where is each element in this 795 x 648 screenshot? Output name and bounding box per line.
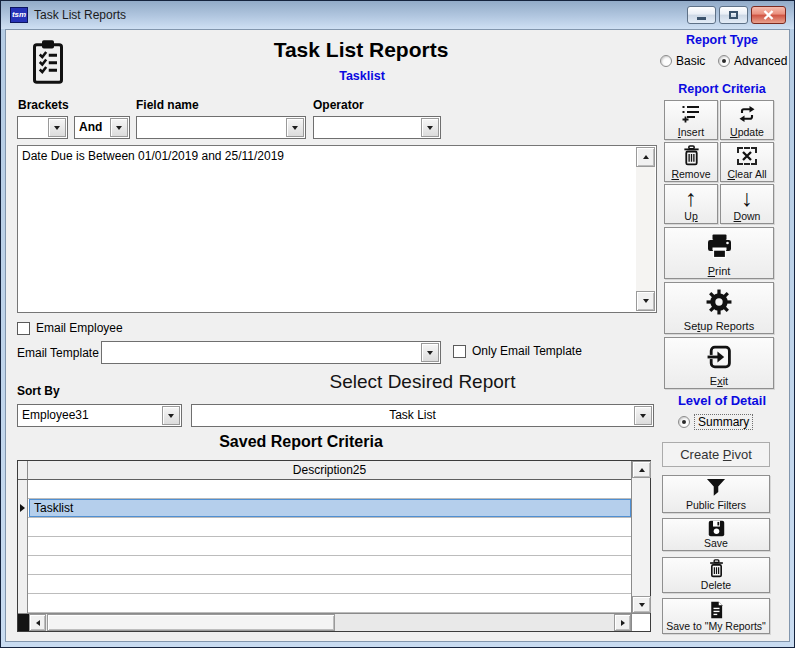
basic-radio[interactable]: [660, 55, 672, 67]
report-type-advanced-radio-row[interactable]: Advanced: [718, 54, 787, 68]
print-button[interactable]: Print: [664, 227, 774, 279]
brackets-dropdown-button[interactable]: [48, 118, 66, 137]
report-value: Task List: [192, 405, 633, 426]
table-row[interactable]: [18, 556, 631, 575]
email-template-combo[interactable]: [101, 341, 441, 364]
row-description: [29, 575, 631, 593]
saved-report-grid[interactable]: Description25 Tasklist: [17, 460, 651, 632]
down-arrow-icon: ↓: [741, 185, 753, 210]
field-name-combo[interactable]: [136, 116, 306, 139]
table-row[interactable]: [18, 518, 631, 537]
filter-funnel-icon: [705, 476, 727, 499]
insert-button[interactable]: Insert: [664, 100, 718, 140]
dialog-body: Task List Reports Tasklist Brackets Fiel…: [5, 29, 790, 642]
report-combo[interactable]: Task List: [191, 404, 654, 427]
task-list-reports-window: tsm Task List Reports Task List Reports …: [0, 0, 795, 648]
brackets-combo[interactable]: [17, 116, 68, 139]
email-employee-checkbox-row[interactable]: Email Employee: [17, 321, 123, 335]
floppy-disk-icon: [708, 519, 725, 537]
horizontal-scroll-thumb[interactable]: [47, 614, 335, 631]
field-name-dropdown-button[interactable]: [286, 118, 304, 137]
window-title: Task List Reports: [34, 8, 126, 22]
table-row[interactable]: [18, 594, 631, 613]
only-email-template-checkbox-row[interactable]: Only Email Template: [453, 344, 582, 358]
email-employee-checkbox[interactable]: [17, 322, 30, 335]
brackets-label: Brackets: [18, 98, 69, 112]
chevron-down-icon: [54, 126, 60, 130]
public-filters-button[interactable]: Public Filters: [662, 475, 770, 513]
brackets-value: [18, 117, 47, 138]
grid-column-header[interactable]: Description25: [28, 461, 631, 480]
row-description: [29, 537, 631, 555]
tasklist-clipboard-icon: [30, 38, 66, 86]
table-row[interactable]: Tasklist: [18, 499, 631, 518]
maximize-button[interactable]: [719, 6, 748, 24]
close-button[interactable]: [751, 6, 786, 24]
report-type-basic-radio-row[interactable]: Basic: [660, 54, 705, 68]
clear-all-label: Clear All: [727, 168, 766, 180]
move-down-button[interactable]: ↓ Down: [720, 184, 774, 224]
scroll-down-button[interactable]: [632, 596, 651, 613]
sort-by-combo[interactable]: Employee31: [17, 404, 182, 427]
and-or-combo[interactable]: And: [74, 116, 130, 139]
operator-label: Operator: [313, 98, 364, 112]
save-button[interactable]: Save: [662, 518, 770, 551]
save-to-my-reports-button[interactable]: Save to "My Reports": [662, 598, 770, 634]
chevron-down-icon: [168, 414, 174, 418]
up-arrow-icon: ↑: [685, 185, 697, 210]
create-pivot-button[interactable]: Create Pivot: [662, 442, 770, 467]
row-indicator: [18, 593, 28, 612]
save-to-my-reports-label: Save to "My Reports": [666, 620, 766, 632]
email-template-dropdown-button[interactable]: [421, 343, 439, 362]
saved-report-criteria-title: Saved Report Criteria: [6, 433, 596, 451]
chevron-down-icon: [116, 126, 122, 130]
table-row[interactable]: [18, 480, 631, 499]
scroll-up-button[interactable]: [636, 147, 655, 167]
minimize-button[interactable]: [687, 6, 716, 24]
row-description: [29, 518, 631, 536]
operator-dropdown-button[interactable]: [421, 118, 439, 137]
summary-label: Summary: [694, 414, 753, 430]
chevron-down-icon: [427, 126, 433, 130]
scroll-down-button[interactable]: [636, 291, 655, 311]
exit-button[interactable]: Exit: [664, 337, 774, 389]
criteria-scrollbar[interactable]: [636, 147, 655, 311]
advanced-radio[interactable]: [718, 55, 730, 67]
remove-label: Remove: [671, 168, 710, 180]
report-dropdown-button[interactable]: [634, 406, 652, 425]
table-row[interactable]: [18, 575, 631, 594]
field-name-value: [137, 117, 285, 138]
only-email-template-checkbox[interactable]: [453, 345, 466, 358]
row-indicator: [18, 536, 28, 555]
app-icon: tsm: [10, 7, 28, 23]
delete-button[interactable]: Delete: [662, 557, 770, 593]
saved-report-rows: Tasklist: [18, 480, 631, 613]
clear-all-button[interactable]: Clear All: [720, 142, 774, 182]
summary-radio-row[interactable]: Summary: [678, 414, 753, 430]
grid-vertical-scrollbar[interactable]: [631, 461, 650, 613]
table-row[interactable]: [18, 537, 631, 556]
grid-horizontal-scrollbar[interactable]: [18, 613, 631, 631]
row-indicator: [18, 555, 28, 574]
scroll-up-button[interactable]: [632, 461, 651, 478]
printer-icon: [706, 228, 733, 265]
titlebar[interactable]: tsm Task List Reports: [1, 1, 794, 29]
scrollbar-corner-block: [18, 614, 29, 631]
triangle-down-icon: [639, 603, 645, 607]
sort-by-dropdown-button[interactable]: [162, 406, 180, 425]
remove-button[interactable]: Remove: [664, 142, 718, 182]
update-button[interactable]: Update: [720, 100, 774, 140]
criteria-textbox[interactable]: Date Due is Between 01/01/2019 and 25/11…: [17, 145, 657, 313]
move-up-button[interactable]: ↑ Up: [664, 184, 718, 224]
exit-label: Exit: [710, 375, 728, 387]
scroll-right-button[interactable]: [614, 614, 631, 631]
and-or-dropdown-button[interactable]: [110, 118, 128, 137]
scroll-left-button[interactable]: [29, 614, 46, 631]
level-of-detail-label: Level of Detail: [656, 393, 788, 408]
insert-label: Insert: [678, 126, 704, 138]
trash-icon: [682, 143, 701, 168]
minimize-icon: [697, 17, 706, 20]
setup-reports-button[interactable]: Setup Reports: [664, 282, 774, 334]
summary-radio[interactable]: [678, 416, 690, 428]
operator-combo[interactable]: [313, 116, 441, 139]
